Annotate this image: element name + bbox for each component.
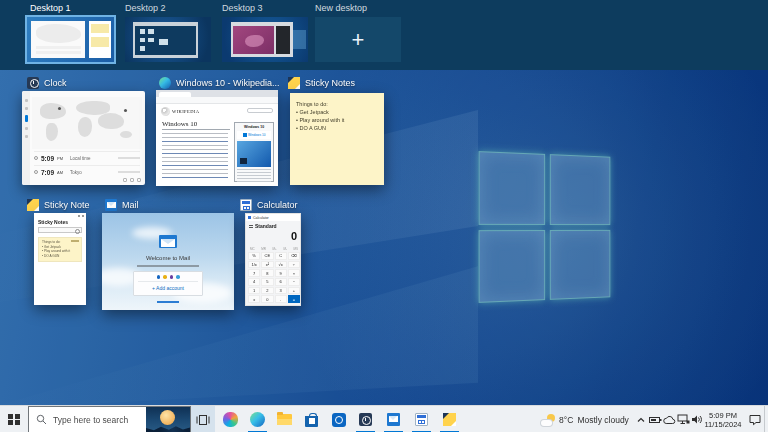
clock-window-title: Clock xyxy=(44,78,67,88)
mail-envelope-icon xyxy=(159,235,177,248)
add-account-button: + Add account xyxy=(134,285,202,291)
window-controls xyxy=(78,215,84,217)
calculator-icon xyxy=(240,199,252,211)
show-hidden-icons-button[interactable] xyxy=(634,406,647,432)
mail-window-thumbnail[interactable]: Welcome to Mail + Add account xyxy=(102,213,234,310)
browser-tab-strip xyxy=(156,90,278,97)
calculator-key: 0 xyxy=(261,295,273,303)
battery-icon xyxy=(649,415,662,425)
calculator-key: % xyxy=(248,252,260,260)
date-text: 11/15/2024 xyxy=(700,420,746,429)
mail-icon xyxy=(387,413,400,426)
desktop-1-thumbnail[interactable] xyxy=(25,15,116,64)
nav-dot xyxy=(25,135,28,138)
map-continent xyxy=(40,103,66,119)
calculator-key: 1 xyxy=(248,287,260,295)
alarms-clock-button[interactable] xyxy=(352,406,379,432)
wikipedia-page: WIKIPEDIA Windows 10 Windows 10 Windows … xyxy=(156,104,278,186)
calculator-button[interactable] xyxy=(408,406,435,432)
clock-nav-rail xyxy=(22,91,30,185)
sticky-notes-window-header[interactable]: Sticky Notes xyxy=(288,76,355,89)
edge-window-header[interactable]: Windows 10 - Wikipedia... xyxy=(159,76,280,89)
memory-key: MS xyxy=(293,247,298,251)
calculator-key: − xyxy=(288,278,300,286)
mail-window-header[interactable]: Mail xyxy=(105,198,139,211)
new-desktop-label: New desktop xyxy=(315,3,367,13)
clock-time: 5:09 xyxy=(41,155,54,162)
show-desktop-button[interactable] xyxy=(764,406,768,432)
daylight-icon xyxy=(34,156,38,160)
mail-subtext-placeholder xyxy=(137,265,199,267)
decorative-square xyxy=(148,29,154,34)
clock-window-thumbnail[interactable]: 5:09 PM Local time 7:09 AM Tokyo xyxy=(22,91,145,185)
map-pin xyxy=(124,109,127,112)
note-text-line: • Play around with it xyxy=(296,116,378,124)
desktop-3-wallpaper xyxy=(222,17,308,62)
calculator-key: × xyxy=(288,269,300,277)
map-pin xyxy=(58,107,61,110)
article-heading: Windows 10 xyxy=(162,120,197,128)
edge-button[interactable] xyxy=(244,406,271,432)
microsoft-store-button[interactable] xyxy=(298,406,325,432)
action-center-button[interactable] xyxy=(746,406,764,432)
world-clock-row: 7:09 AM Tokyo xyxy=(34,165,140,178)
compare-icon xyxy=(123,178,127,182)
onedrive-cloud-icon xyxy=(663,415,676,425)
file-explorer-button[interactable] xyxy=(271,406,298,432)
search-input[interactable]: Type here to search xyxy=(28,406,191,432)
sticky-note-list-window-header[interactable]: Sticky Note xyxy=(27,198,90,211)
decorative-row xyxy=(36,46,81,49)
calculator-window-thumbnail[interactable]: Calculator Standard 0 MCMRM+M-MS %CEC⌫1/… xyxy=(245,213,301,306)
world-clock-row: 5:09 PM Local time xyxy=(34,151,140,164)
calculator-titlebar-text: Calculator xyxy=(253,216,269,220)
calculator-window-header[interactable]: Calculator xyxy=(240,198,298,211)
start-button[interactable] xyxy=(0,406,28,432)
network-tray-button[interactable] xyxy=(676,406,690,432)
calculator-mode-row: Standard xyxy=(249,223,277,229)
note-list-item: Things to do:• Get Jetpack• Play around … xyxy=(38,237,82,262)
desktop-2-thumbnail[interactable] xyxy=(125,17,211,62)
decorative-square xyxy=(140,38,146,43)
microsoft-store-icon xyxy=(305,416,318,427)
mail-welcome-text: Welcome to Mail xyxy=(102,255,234,261)
weather-temperature: 8°C xyxy=(559,415,573,425)
map-continent xyxy=(46,123,58,141)
battery-tray-button[interactable] xyxy=(648,406,662,432)
calculator-icon xyxy=(415,413,428,426)
sticky-notes-button[interactable] xyxy=(436,406,463,432)
sticky-note-list-window-title: Sticky Note xyxy=(44,200,90,210)
calculator-key: ÷ xyxy=(288,261,300,269)
memory-key: M- xyxy=(283,247,287,251)
clock-meridiem: AM xyxy=(57,170,63,175)
sticky-note-thumbnail[interactable]: Things to do:• Get Jetpack• Play around … xyxy=(290,93,384,185)
mail-button[interactable] xyxy=(380,406,407,432)
task-view-button[interactable] xyxy=(191,406,215,432)
onedrive-tray-button[interactable] xyxy=(662,406,676,432)
copilot-icon xyxy=(223,412,238,427)
taskbar-clock[interactable]: 5:09 PM 11/15/2024 xyxy=(700,406,746,432)
window-titlebar: Calculator xyxy=(246,214,300,221)
weather-widget[interactable]: 8°C Mostly cloudy xyxy=(536,406,634,432)
notes-search-box xyxy=(38,227,82,233)
decorative-square xyxy=(159,39,168,45)
calculator-key: 5 xyxy=(261,278,273,286)
calculator-memory-row: MCMRM+M-MS xyxy=(248,247,300,251)
calculator-keypad: %CEC⌫1/xx²√x÷789×456−123+±0.= xyxy=(248,252,300,303)
calculator-key: . xyxy=(275,295,287,303)
new-desktop-button[interactable]: + xyxy=(315,17,401,62)
clock-meridiem: PM xyxy=(57,156,63,161)
sticky-note-list-thumbnail[interactable]: Sticky Notes Things to do:• Get Jetpack•… xyxy=(34,213,86,305)
account-provider-icons xyxy=(134,275,202,279)
outlook-button[interactable] xyxy=(325,406,352,432)
desktop-3-window xyxy=(231,22,293,56)
clock-app-icon xyxy=(359,413,372,426)
desktop-1-notes-panel xyxy=(89,21,112,59)
edge-window-thumbnail[interactable]: WIKIPEDIA Windows 10 Windows 10 Windows … xyxy=(156,90,278,186)
clock-window-header[interactable]: Clock xyxy=(27,76,67,89)
copilot-button[interactable] xyxy=(217,406,244,432)
calculator-key: 2 xyxy=(261,287,273,295)
windows10-logo-text: Windows 10 xyxy=(248,133,265,137)
map-continent xyxy=(98,113,124,129)
desktop-3-thumbnail[interactable] xyxy=(222,17,308,62)
calculator-mode-label: Standard xyxy=(255,223,277,229)
